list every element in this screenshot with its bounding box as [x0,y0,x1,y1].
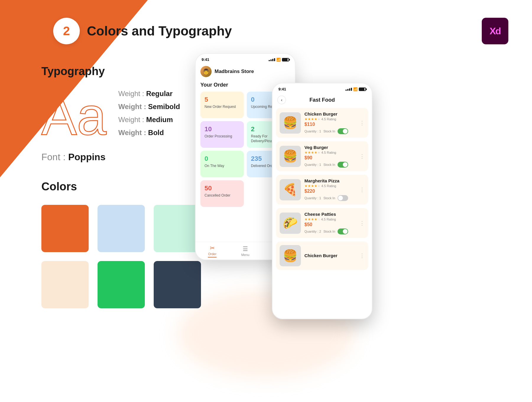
color-row-2 [41,261,219,308]
colors-title: Colors [41,180,219,193]
food-quantity-label4: Quantity : 2 [304,230,321,233]
food-card-cheese-patties: 🌮 Cheese Patties ★★★★½ 4.5 Rating $50 Qu… [276,208,368,238]
food-info-chicken-burger: Chicken Burger ★★★★★ 4.5 Rating $110 Qua… [304,111,356,134]
order-card-new: 5 New Order Request [200,92,244,118]
food-img-cheese-patties: 🌮 [280,213,301,234]
section-number: 2 [53,18,80,44]
food-price-chicken-burger: $110 [304,122,356,127]
phone1-time: 9:41 [202,57,209,62]
order-label-new: New Order Request [205,105,240,109]
food-toggle2[interactable] [338,162,348,168]
nav-order-label: Order [208,252,216,256]
food-info-pizza: Margherita Pizza ★★★★★ 4.5 Rating $220 Q… [304,178,356,201]
food-stars-veg-burger: ★★★★★ 4.5 Rating [304,150,356,155]
food-more-icon5[interactable]: ⋮ [359,252,365,259]
nav-menu-label: Menu [241,253,249,257]
food-img-veg-burger: 🍔 [280,146,301,167]
food-price-veg-burger: $90 [304,155,356,161]
phone2: 9:41 📶 ‹ Fast Food 🍔 [272,83,372,319]
nav-menu[interactable]: ☰ Menu [229,245,262,257]
battery-icon [282,58,289,61]
food-stock-label1: Stock In [323,129,335,133]
swatch-peach [41,261,89,308]
food-card-chicken-burger: 🍔 Chicken Burger ★★★★★ 4.5 Rating $110 Q… [276,108,368,138]
food-card-pizza: 🍕 Margherita Pizza ★★★★★ 4.5 Rating $220… [276,175,368,205]
weight-medium: Weight : Medium [118,116,180,124]
font-weights: Weight : Regular Weight : Semibold Weigh… [118,90,180,143]
food-price-pizza: $220 [304,189,356,194]
swatch-light-green [154,205,201,252]
menu-nav-icon: ☰ [243,245,248,252]
nav-order[interactable]: ✂ Order [196,244,229,257]
food-stock-label4: Stock In [323,230,335,233]
order-card-onway: 0 On The Way [200,151,244,177]
food-more-icon1[interactable]: ⋮ [359,120,365,126]
food-stock-label3: Stock In [323,196,335,200]
food-more-icon4[interactable]: ⋮ [359,220,365,226]
phone1-status-bar: 9:41 📶 [196,54,295,64]
food-img-chicken-burger: 🍔 [280,112,301,134]
food-name-chicken-burger2: Chicken Burger [304,253,356,258]
food-quantity-label1: Quantity : 1 [304,129,321,133]
phone2-status-icons: 📶 [346,87,366,91]
food-card-chicken-burger2: 🍔 Chicken Burger ⋮ [276,241,368,270]
order-number-cancelled: 50 [205,184,240,192]
food-card-veg-burger: 🍔 Veg Burger ★★★★★ 4.5 Rating $90 Quanti… [276,141,368,171]
header: 2 Colors and Typography [53,18,232,44]
food-more-icon2[interactable]: ⋮ [359,153,365,160]
food-more-icon3[interactable]: ⋮ [359,187,365,193]
back-button[interactable]: ‹ [277,95,286,104]
font-name: Font : Poppins [41,152,219,163]
food-toggle1[interactable] [338,128,348,134]
weight-semibold: Weight : Semibold [118,103,180,111]
food-stars-cheese-patties: ★★★★½ 4.5 Rating [304,217,356,221]
phone1-header: 👨 Madbrains Store [196,64,295,81]
xd-logo: Xd [482,18,508,44]
swatch-light-blue [98,205,145,252]
section-title: Colors and Typography [87,24,232,38]
ff-title: Fast Food [289,97,355,103]
food-name-pizza: Margherita Pizza [304,178,356,183]
weight-bold: Weight : Bold [118,129,180,137]
font-display: Aa Weight : Regular Weight : Semibold We… [41,90,219,143]
food-toggle3[interactable] [338,195,348,201]
phones-container: 9:41 📶 👨 Madbrains Store Your Order [195,53,296,260]
battery-icon2 [359,87,366,91]
left-content: Typography Aa Weight : Regular Weight : … [41,65,219,308]
wifi-icon: 📶 [276,58,281,62]
order-label-processing: Order Processing [205,134,240,139]
store-avatar: 👨 [200,66,212,77]
food-img-chicken-burger2: 🍔 [280,245,301,266]
order-card-cancelled: 50 Cancelled Order [200,180,244,207]
ff-header: ‹ Fast Food [273,93,372,108]
phone2-time: 9:41 [278,87,286,91]
food-list: 🍔 Chicken Burger ★★★★★ 4.5 Rating $110 Q… [273,108,372,270]
swatch-dark-slate [154,261,201,308]
order-nav-icon: ✂ [210,244,215,252]
font-sample: Aa [41,90,106,143]
order-label-onway: On The Way [205,164,240,168]
order-number-new: 5 [205,96,240,103]
food-quantity-label3: Quantity : 1 [304,196,321,200]
order-number-processing: 10 [205,125,240,133]
color-row-1 [41,205,219,252]
food-info-cheese-patties: Cheese Patties ★★★★½ 4.5 Rating $50 Quan… [304,212,356,234]
food-meta-cheese-patties: Quantity : 2 Stock In [304,228,356,234]
swatch-green [98,261,145,308]
food-img-pizza: 🍕 [280,179,301,200]
food-meta-chicken-burger: Quantity : 1 Stock In [304,128,356,134]
phone1-status-icons: 📶 [269,58,289,62]
weight-regular: Weight : Regular [118,90,180,98]
food-info-chicken-burger2: Chicken Burger [304,253,356,259]
typography-title: Typography [41,65,219,78]
food-price-cheese-patties: $50 [304,222,356,227]
food-name-veg-burger: Veg Burger [304,145,356,150]
phone2-status-bar: 9:41 📶 [273,83,372,93]
order-card-processing: 10 Order Processing [200,121,244,148]
food-toggle4[interactable] [338,228,348,234]
food-info-veg-burger: Veg Burger ★★★★★ 4.5 Rating $90 Quantity… [304,145,356,168]
food-stock-label2: Stock In [323,163,335,166]
food-name-chicken-burger: Chicken Burger [304,111,356,116]
food-quantity-label2: Quantity : 1 [304,163,321,166]
food-meta-pizza: Quantity : 1 Stock In [304,195,356,201]
